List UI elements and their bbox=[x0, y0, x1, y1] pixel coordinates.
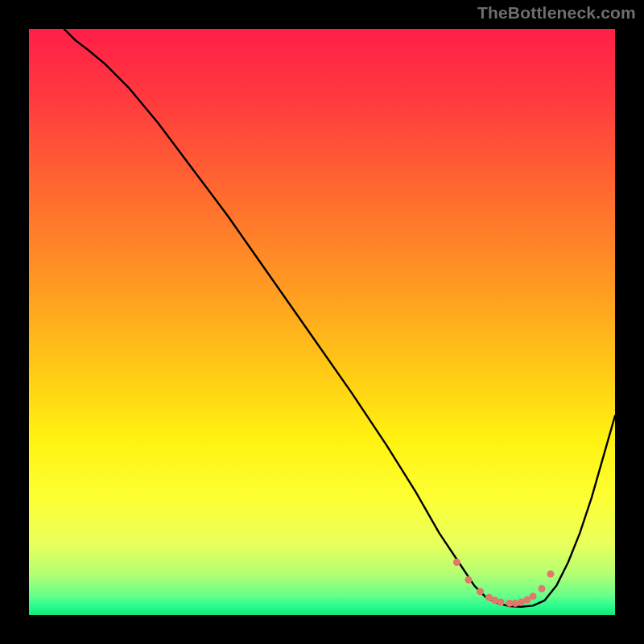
chart-container: TheBottleneck.com bbox=[0, 0, 644, 644]
highlight-dot bbox=[547, 571, 554, 578]
gradient-background bbox=[29, 29, 615, 615]
plot-area bbox=[29, 29, 615, 615]
highlight-dot bbox=[477, 588, 484, 595]
watermark-text: TheBottleneck.com bbox=[477, 3, 636, 23]
highlight-dot bbox=[465, 576, 473, 584]
highlight-dot bbox=[453, 559, 460, 566]
chart-svg bbox=[29, 29, 615, 615]
highlight-dot bbox=[497, 598, 505, 605]
highlight-dot bbox=[530, 592, 537, 600]
highlight-dot bbox=[539, 585, 546, 592]
